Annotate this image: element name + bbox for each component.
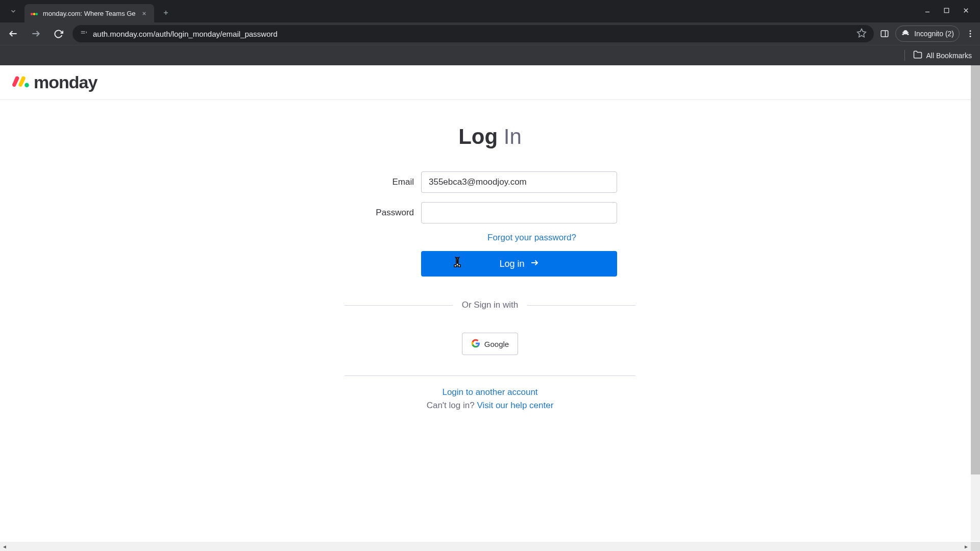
password-row: Password — [327, 202, 653, 223]
email-input[interactable] — [421, 171, 617, 193]
browser-tab[interactable]: monday.com: Where Teams Ge — [24, 4, 154, 22]
logo-text: monday — [34, 72, 97, 92]
scrollbar-corner — [971, 542, 980, 551]
back-button[interactable] — [5, 26, 21, 42]
scroll-right-button[interactable]: ► — [962, 542, 971, 551]
svg-point-1 — [33, 13, 36, 15]
close-tab-icon[interactable] — [140, 9, 149, 18]
svg-marker-16 — [857, 29, 866, 37]
signin-divider: Or Sign in with — [345, 300, 635, 310]
incognito-label: Incognito (2) — [914, 30, 954, 38]
footer-divider — [345, 375, 635, 376]
svg-point-2 — [35, 13, 38, 15]
help-row: Can't log in? Visit our help center — [327, 400, 653, 411]
incognito-icon — [901, 29, 910, 39]
forward-button[interactable] — [28, 26, 44, 42]
password-label: Password — [363, 208, 414, 218]
login-button[interactable]: Log in — [421, 251, 617, 277]
svg-rect-17 — [881, 31, 888, 37]
site-info-icon[interactable] — [80, 29, 88, 39]
password-input[interactable] — [421, 202, 617, 223]
new-tab-button[interactable] — [158, 5, 174, 20]
maximize-button[interactable] — [943, 7, 950, 16]
divider-text: Or Sign in with — [462, 300, 519, 310]
page-header: monday — [0, 65, 980, 100]
scroll-left-button[interactable]: ◄ — [0, 542, 9, 551]
side-panel-icon[interactable] — [880, 29, 889, 38]
email-row: Email — [327, 171, 653, 193]
cant-login-text: Can't log in? — [427, 400, 477, 410]
login-button-label: Log in — [499, 259, 524, 269]
svg-rect-8 — [944, 8, 949, 13]
minimize-button[interactable] — [924, 7, 931, 16]
footer-links: Login to another account Can't log in? V… — [327, 387, 653, 411]
google-signin-button[interactable]: Google — [462, 333, 518, 355]
incognito-badge[interactable]: Incognito (2) — [895, 26, 960, 42]
help-center-link[interactable]: Visit our help center — [477, 400, 553, 410]
divider-line-right — [527, 305, 635, 306]
svg-point-0 — [31, 13, 33, 15]
monday-favicon-icon — [30, 9, 39, 18]
svg-point-21 — [970, 36, 971, 37]
svg-point-20 — [970, 33, 971, 35]
address-bar[interactable]: auth.monday.com/auth/login_monday/email_… — [72, 25, 874, 42]
email-label: Email — [363, 177, 414, 187]
arrow-right-icon — [530, 258, 539, 270]
url-text: auth.monday.com/auth/login_monday/email_… — [93, 30, 851, 38]
horizontal-scrollbar[interactable]: ◄ ► — [0, 542, 971, 551]
tab-title: monday.com: Where Teams Ge — [43, 10, 136, 17]
svg-point-22 — [24, 83, 29, 87]
svg-rect-24 — [457, 259, 458, 264]
divider-line-left — [345, 305, 453, 306]
cursor-icon — [452, 256, 463, 271]
page-content: monday Log In Email Password Forgot your… — [0, 65, 980, 551]
bookmark-icon[interactable] — [856, 28, 867, 40]
window-controls — [924, 0, 980, 22]
all-bookmarks-button[interactable]: All Bookmarks — [904, 50, 972, 61]
menu-button[interactable] — [966, 29, 975, 38]
reload-button[interactable] — [50, 26, 66, 42]
google-button-label: Google — [484, 340, 509, 348]
page-title: Log In — [327, 124, 653, 149]
forgot-password-link[interactable]: Forgot your password? — [487, 233, 617, 243]
browser-toolbar: auth.monday.com/auth/login_monday/email_… — [0, 22, 980, 45]
all-bookmarks-label: All Bookmarks — [926, 52, 972, 60]
folder-icon — [913, 50, 922, 61]
monday-logo-icon — [12, 76, 32, 90]
tab-search-button[interactable] — [5, 3, 21, 19]
vertical-scrollbar[interactable] — [971, 65, 980, 541]
another-account-link[interactable]: Login to another account — [442, 387, 537, 397]
login-form: Log In Email Password Forgot your passwo… — [327, 100, 653, 411]
close-window-button[interactable] — [962, 7, 970, 16]
monday-logo[interactable]: monday — [12, 72, 97, 92]
bookmarks-bar: All Bookmarks — [0, 45, 980, 65]
google-icon — [471, 339, 480, 349]
browser-chrome: monday.com: Where Teams Ge — [0, 0, 980, 65]
svg-point-19 — [970, 30, 971, 32]
tab-bar: monday.com: Where Teams Ge — [0, 0, 980, 22]
vertical-scrollbar-thumb[interactable] — [971, 65, 980, 474]
